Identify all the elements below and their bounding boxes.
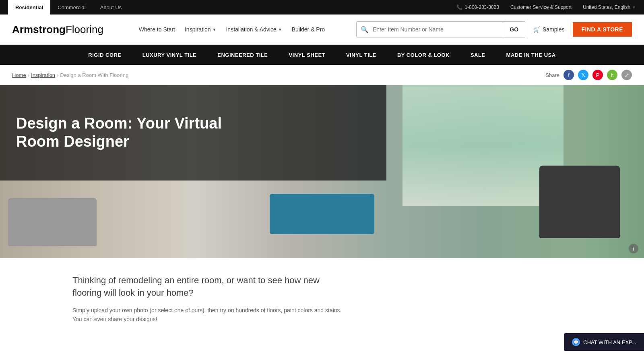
tab-commercial[interactable]: Commercial — [50, 0, 93, 15]
tab-about-us[interactable]: About Us — [93, 0, 129, 15]
phone-icon: 📞 — [456, 4, 462, 10]
top-bar-right: 📞 1-800-233-3823 Customer Service & Supp… — [456, 4, 636, 10]
hero-sofa-right — [539, 166, 620, 238]
cat-made-in-usa[interactable]: MADE IN THE USA — [496, 45, 566, 65]
cat-engineered-tile[interactable]: ENGINEERED TILE — [207, 45, 278, 65]
pinterest-share-button[interactable]: P — [592, 70, 603, 80]
hero-ottoman — [270, 194, 374, 234]
breadcrumb-inspiration[interactable]: Inspiration — [31, 72, 55, 78]
search-icon: 🔍 — [357, 26, 373, 33]
main-nav: Where to Start Inspiration ▼ Installatio… — [116, 26, 348, 33]
other-share-button[interactable]: ⤢ — [621, 70, 632, 80]
cat-vinyl-sheet[interactable]: VINYL SHEET — [279, 45, 336, 65]
nav-where-to-start[interactable]: Where to Start — [139, 26, 175, 33]
inspiration-chevron-icon: ▼ — [213, 27, 217, 32]
category-nav: RIGID CORE LUXURY VINYL TILE ENGINEERED … — [0, 45, 644, 65]
search-input[interactable] — [373, 26, 503, 33]
locale-chevron-icon: ▼ — [632, 5, 636, 10]
find-store-button[interactable]: FIND A STORE — [573, 22, 632, 37]
cat-sale[interactable]: SALE — [460, 45, 496, 65]
chat-button[interactable]: 💬 CHAT WITH AN EXP... — [564, 333, 644, 336]
houzz-share-button[interactable]: h — [607, 70, 617, 80]
hero-title: Design a Room: Your Virtual Room Designe… — [16, 114, 258, 151]
breadcrumb-sep-1: › — [28, 72, 29, 78]
nav-builder-pro[interactable]: Builder & Pro — [292, 26, 325, 33]
facebook-share-button[interactable]: f — [564, 70, 574, 80]
locale-selector[interactable]: United States, English ▼ — [583, 4, 636, 10]
cat-by-color-look[interactable]: BY COLOR & LOOK — [387, 45, 460, 65]
cat-vinyl-tile[interactable]: VINYL TILE — [336, 45, 387, 65]
cat-luxury-vinyl-tile[interactable]: LUXURY VINYL TILE — [132, 45, 207, 65]
tab-residential[interactable]: Residential — [8, 0, 50, 15]
header: ArmstrongFlooring Where to Start Inspira… — [0, 15, 644, 45]
share-label: Share — [545, 72, 559, 78]
top-bar-tabs: Residential Commercial About Us — [8, 0, 129, 15]
cart-icon: 🛒 — [533, 26, 540, 33]
hero-sofa-left — [8, 198, 97, 246]
phone-number[interactable]: 📞 1-800-233-3823 — [456, 4, 499, 10]
installation-chevron-icon: ▼ — [278, 27, 282, 32]
search-bar: 🔍 GO — [356, 21, 525, 37]
twitter-share-button[interactable]: 𝕏 — [578, 70, 588, 80]
logo[interactable]: ArmstrongFlooring — [12, 23, 103, 36]
search-go-button[interactable]: GO — [503, 22, 525, 37]
share-bar: Share f 𝕏 P h ⤢ — [545, 70, 632, 80]
content-body: Simply upload your own photo (or select … — [72, 306, 350, 324]
customer-service-link[interactable]: Customer Service & Support — [510, 4, 572, 10]
breadcrumb-current: Design a Room With Flooring — [60, 72, 128, 78]
hero-info-button[interactable]: i — [629, 244, 638, 253]
nav-inspiration[interactable]: Inspiration ▼ — [185, 26, 217, 33]
nav-installation[interactable]: Installation & Advice ▼ — [226, 26, 282, 33]
cat-rigid-core[interactable]: RIGID CORE — [78, 45, 132, 65]
header-right: 🛒 Samples FIND A STORE — [533, 22, 632, 37]
cart-link[interactable]: 🛒 Samples — [533, 26, 564, 33]
breadcrumb: Home › Inspiration › Design a Room With … — [12, 72, 128, 78]
hero-image: Design a Room: Your Virtual Room Designe… — [0, 85, 644, 258]
hero-overlay: Design a Room: Your Virtual Room Designe… — [0, 85, 386, 181]
top-bar: Residential Commercial About Us 📞 1-800-… — [0, 0, 644, 15]
breadcrumb-sep-2: › — [57, 72, 58, 78]
content-heading: Thinking of remodeling an entire room, o… — [72, 274, 350, 299]
breadcrumb-bar: Home › Inspiration › Design a Room With … — [0, 65, 644, 85]
content-section: Thinking of remodeling an entire room, o… — [0, 258, 362, 336]
breadcrumb-home[interactable]: Home — [12, 72, 26, 78]
